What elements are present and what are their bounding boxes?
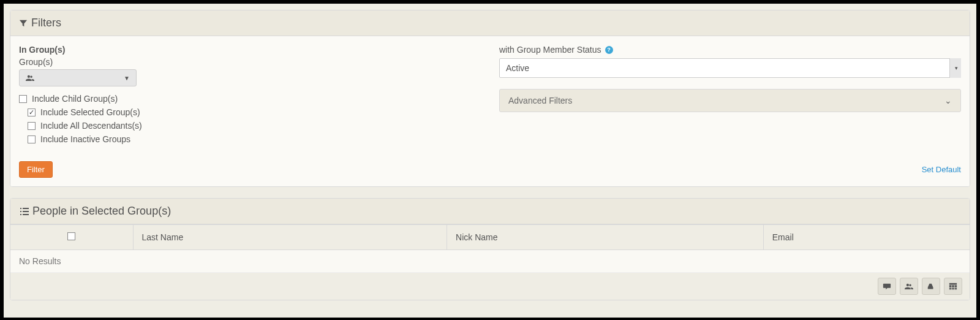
people-panel: People in Selected Group(s) Last Name Ni… xyxy=(10,198,970,300)
select-all-column xyxy=(10,225,133,250)
group-picker[interactable]: ▼ xyxy=(19,69,137,86)
table-footer xyxy=(10,273,970,300)
people-table: Last Name Nick Name Email No Results xyxy=(10,224,970,273)
include-child-groups-checkbox[interactable] xyxy=(19,95,27,103)
list-icon xyxy=(19,207,29,216)
advanced-filters-label: Advanced Filters xyxy=(508,96,572,105)
filters-title: Filters xyxy=(31,17,61,29)
include-all-descendants-checkbox[interactable] xyxy=(28,122,36,130)
filters-panel: Filters In Group(s) Group(s) ▼ xyxy=(10,10,970,187)
include-inactive-groups-checkbox[interactable] xyxy=(28,135,36,143)
advanced-filters-accordion[interactable]: Advanced Filters ⌄ xyxy=(499,89,961,112)
status-label: with Group Member Status xyxy=(499,45,601,55)
people-panel-header: People in Selected Group(s) xyxy=(10,199,970,224)
people-title: People in Selected Group(s) xyxy=(32,205,171,218)
filter-button[interactable]: Filter xyxy=(19,161,53,178)
include-selected-groups-checkbox[interactable] xyxy=(28,109,36,116)
chevron-down-icon: ⌄ xyxy=(944,96,952,105)
nick-name-column[interactable]: Nick Name xyxy=(447,225,764,250)
people-icon xyxy=(26,74,34,82)
last-name-column[interactable]: Last Name xyxy=(133,225,447,250)
email-column[interactable]: Email xyxy=(763,225,970,250)
include-inactive-groups-label: Include Inactive Groups xyxy=(40,134,130,144)
status-select[interactable] xyxy=(499,58,961,78)
set-default-link[interactable]: Set Default xyxy=(922,165,961,174)
include-selected-groups-label: Include Selected Group(s) xyxy=(40,107,140,117)
filter-icon xyxy=(19,19,28,28)
no-results-row: No Results xyxy=(10,250,970,273)
no-results-text: No Results xyxy=(10,250,970,273)
help-icon[interactable]: ? xyxy=(605,46,613,54)
merge-people-button[interactable] xyxy=(900,278,918,295)
filters-panel-header: Filters xyxy=(10,10,970,36)
groups-label: Group(s) xyxy=(19,57,481,67)
include-all-descendants-label: Include All Descendants(s) xyxy=(40,121,142,131)
communicate-button[interactable] xyxy=(878,278,896,295)
bulk-update-button[interactable] xyxy=(922,278,940,295)
caret-down-icon: ▼ xyxy=(124,75,130,82)
in-groups-label: In Group(s) xyxy=(19,45,481,55)
select-all-checkbox[interactable] xyxy=(67,232,75,240)
include-child-groups-label: Include Child Group(s) xyxy=(32,94,118,104)
export-excel-button[interactable] xyxy=(944,278,962,295)
